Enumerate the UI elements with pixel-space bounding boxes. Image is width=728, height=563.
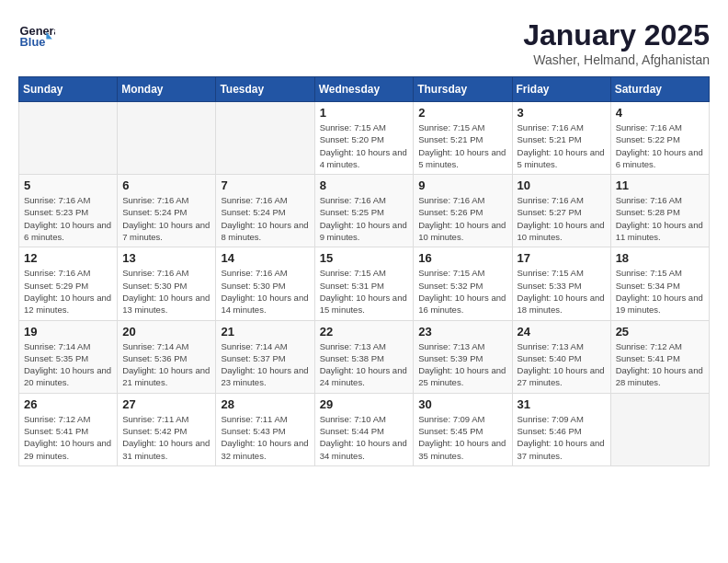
table-row: 29Sunrise: 7:10 AMSunset: 5:44 PMDayligh… — [314, 393, 414, 465]
table-row: 24Sunrise: 7:13 AMSunset: 5:40 PMDayligh… — [512, 320, 610, 393]
table-row: 30Sunrise: 7:09 AMSunset: 5:45 PMDayligh… — [414, 393, 512, 465]
day-number: 25 — [616, 325, 704, 339]
day-info: Sunrise: 7:13 AMSunset: 5:38 PMDaylight:… — [320, 340, 409, 389]
calendar-week-row: 5Sunrise: 7:16 AMSunset: 5:23 PMDaylight… — [19, 175, 710, 247]
day-info: Sunrise: 7:16 AMSunset: 5:26 PMDaylight:… — [418, 194, 506, 243]
calendar-week-row: 26Sunrise: 7:12 AMSunset: 5:41 PMDayligh… — [19, 393, 710, 465]
day-number: 15 — [320, 251, 409, 265]
day-info: Sunrise: 7:15 AMSunset: 5:33 PMDaylight:… — [518, 267, 606, 316]
day-info: Sunrise: 7:15 AMSunset: 5:31 PMDaylight:… — [320, 267, 409, 316]
calendar-title: January 2025 — [523, 18, 710, 52]
day-number: 14 — [221, 251, 309, 265]
day-info: Sunrise: 7:11 AMSunset: 5:42 PMDaylight:… — [122, 413, 210, 462]
day-number: 11 — [616, 178, 704, 192]
day-number: 4 — [616, 106, 704, 120]
table-row: 31Sunrise: 7:09 AMSunset: 5:46 PMDayligh… — [512, 393, 610, 465]
table-row: 9Sunrise: 7:16 AMSunset: 5:26 PMDaylight… — [414, 175, 512, 247]
calendar-header-row: Sunday Monday Tuesday Wednesday Thursday… — [19, 77, 710, 102]
day-info: Sunrise: 7:13 AMSunset: 5:40 PMDaylight:… — [518, 340, 606, 389]
table-row — [216, 102, 314, 175]
day-info: Sunrise: 7:16 AMSunset: 5:22 PMDaylight:… — [616, 121, 704, 170]
day-number: 5 — [24, 178, 112, 192]
calendar-week-row: 1Sunrise: 7:15 AMSunset: 5:20 PMDaylight… — [19, 102, 710, 175]
table-row — [610, 393, 709, 465]
table-row: 11Sunrise: 7:16 AMSunset: 5:28 PMDayligh… — [610, 175, 709, 247]
table-row: 15Sunrise: 7:15 AMSunset: 5:31 PMDayligh… — [314, 247, 414, 320]
day-number: 7 — [221, 178, 309, 192]
table-row: 5Sunrise: 7:16 AMSunset: 5:23 PMDaylight… — [19, 175, 118, 247]
day-number: 17 — [518, 251, 606, 265]
calendar-week-row: 12Sunrise: 7:16 AMSunset: 5:29 PMDayligh… — [19, 247, 710, 320]
day-info: Sunrise: 7:12 AMSunset: 5:41 PMDaylight:… — [24, 413, 112, 462]
calendar-table: Sunday Monday Tuesday Wednesday Thursday… — [18, 76, 710, 466]
day-info: Sunrise: 7:09 AMSunset: 5:45 PMDaylight:… — [418, 413, 506, 462]
day-number: 26 — [24, 397, 112, 411]
table-row: 12Sunrise: 7:16 AMSunset: 5:29 PMDayligh… — [19, 247, 118, 320]
day-number: 10 — [518, 178, 606, 192]
day-info: Sunrise: 7:11 AMSunset: 5:43 PMDaylight:… — [221, 413, 309, 462]
day-info: Sunrise: 7:15 AMSunset: 5:20 PMDaylight:… — [320, 121, 409, 170]
day-number: 1 — [320, 106, 409, 120]
table-row: 2Sunrise: 7:15 AMSunset: 5:21 PMDaylight… — [414, 102, 512, 175]
day-number: 8 — [320, 178, 409, 192]
day-number: 16 — [418, 251, 506, 265]
day-info: Sunrise: 7:16 AMSunset: 5:25 PMDaylight:… — [320, 194, 409, 243]
day-info: Sunrise: 7:15 AMSunset: 5:32 PMDaylight:… — [418, 267, 506, 316]
table-row: 26Sunrise: 7:12 AMSunset: 5:41 PMDayligh… — [19, 393, 118, 465]
table-row: 14Sunrise: 7:16 AMSunset: 5:30 PMDayligh… — [216, 247, 314, 320]
day-number: 30 — [418, 397, 506, 411]
day-number: 2 — [418, 106, 506, 120]
day-number: 20 — [122, 325, 210, 339]
table-row: 27Sunrise: 7:11 AMSunset: 5:42 PMDayligh… — [118, 393, 216, 465]
table-row: 21Sunrise: 7:14 AMSunset: 5:37 PMDayligh… — [216, 320, 314, 393]
calendar-week-row: 19Sunrise: 7:14 AMSunset: 5:35 PMDayligh… — [19, 320, 710, 393]
day-number: 29 — [320, 397, 409, 411]
table-row: 1Sunrise: 7:15 AMSunset: 5:20 PMDaylight… — [314, 102, 414, 175]
title-block: January 2025 Washer, Helmand, Afghanista… — [523, 18, 710, 67]
day-number: 13 — [122, 251, 210, 265]
day-number: 22 — [320, 325, 409, 339]
day-info: Sunrise: 7:15 AMSunset: 5:34 PMDaylight:… — [616, 267, 704, 316]
table-row: 22Sunrise: 7:13 AMSunset: 5:38 PMDayligh… — [314, 320, 414, 393]
svg-text:Blue: Blue — [20, 35, 46, 49]
table-row: 19Sunrise: 7:14 AMSunset: 5:35 PMDayligh… — [19, 320, 118, 393]
day-info: Sunrise: 7:10 AMSunset: 5:44 PMDaylight:… — [320, 413, 409, 462]
day-info: Sunrise: 7:16 AMSunset: 5:21 PMDaylight:… — [518, 121, 606, 170]
day-info: Sunrise: 7:16 AMSunset: 5:24 PMDaylight:… — [122, 194, 210, 243]
table-row: 6Sunrise: 7:16 AMSunset: 5:24 PMDaylight… — [118, 175, 216, 247]
day-info: Sunrise: 7:13 AMSunset: 5:39 PMDaylight:… — [418, 340, 506, 389]
table-row: 17Sunrise: 7:15 AMSunset: 5:33 PMDayligh… — [512, 247, 610, 320]
day-number: 6 — [122, 178, 210, 192]
day-number: 12 — [24, 251, 112, 265]
table-row: 28Sunrise: 7:11 AMSunset: 5:43 PMDayligh… — [216, 393, 314, 465]
table-row: 7Sunrise: 7:16 AMSunset: 5:24 PMDaylight… — [216, 175, 314, 247]
day-info: Sunrise: 7:14 AMSunset: 5:37 PMDaylight:… — [221, 340, 309, 389]
header-wednesday: Wednesday — [314, 77, 414, 102]
header-monday: Monday — [118, 77, 216, 102]
day-info: Sunrise: 7:14 AMSunset: 5:35 PMDaylight:… — [24, 340, 112, 389]
header-tuesday: Tuesday — [216, 77, 314, 102]
day-number: 23 — [418, 325, 506, 339]
day-info: Sunrise: 7:16 AMSunset: 5:29 PMDaylight:… — [24, 267, 112, 316]
table-row: 20Sunrise: 7:14 AMSunset: 5:36 PMDayligh… — [118, 320, 216, 393]
day-number: 19 — [24, 325, 112, 339]
header-saturday: Saturday — [610, 77, 709, 102]
table-row: 18Sunrise: 7:15 AMSunset: 5:34 PMDayligh… — [610, 247, 709, 320]
day-info: Sunrise: 7:14 AMSunset: 5:36 PMDaylight:… — [122, 340, 210, 389]
header-sunday: Sunday — [19, 77, 118, 102]
day-number: 18 — [616, 251, 704, 265]
day-info: Sunrise: 7:09 AMSunset: 5:46 PMDaylight:… — [518, 413, 606, 462]
table-row — [118, 102, 216, 175]
day-number: 31 — [518, 397, 606, 411]
day-number: 9 — [418, 178, 506, 192]
day-info: Sunrise: 7:16 AMSunset: 5:23 PMDaylight:… — [24, 194, 112, 243]
day-number: 24 — [518, 325, 606, 339]
day-info: Sunrise: 7:16 AMSunset: 5:30 PMDaylight:… — [122, 267, 210, 316]
table-row: 3Sunrise: 7:16 AMSunset: 5:21 PMDaylight… — [512, 102, 610, 175]
table-row: 10Sunrise: 7:16 AMSunset: 5:27 PMDayligh… — [512, 175, 610, 247]
day-number: 21 — [221, 325, 309, 339]
table-row — [19, 102, 118, 175]
day-info: Sunrise: 7:16 AMSunset: 5:28 PMDaylight:… — [616, 194, 704, 243]
table-row: 16Sunrise: 7:15 AMSunset: 5:32 PMDayligh… — [414, 247, 512, 320]
table-row: 8Sunrise: 7:16 AMSunset: 5:25 PMDaylight… — [314, 175, 414, 247]
